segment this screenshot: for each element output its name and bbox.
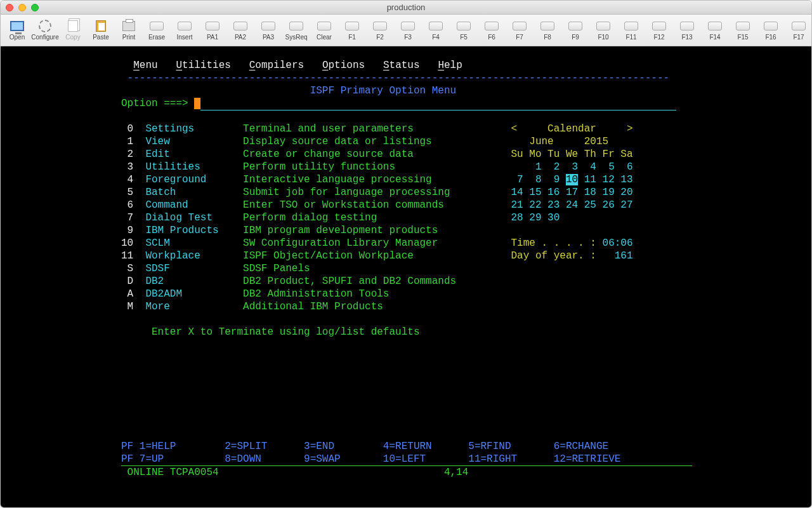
opt-name-9[interactable]: IBM Products	[145, 225, 230, 236]
toolbar-paste-button[interactable]: Paste	[88, 20, 114, 41]
keycap-icon	[540, 22, 554, 30]
toolbar-key-insert[interactable]: Insert	[172, 20, 197, 41]
keycap-icon	[150, 22, 164, 30]
opt-name-0[interactable]: Settings	[145, 123, 230, 135]
toolbar-key-pa2[interactable]: PA2	[228, 20, 253, 41]
cal-prev[interactable]: <	[511, 123, 548, 135]
toolbar-key-f7[interactable]: F7	[507, 20, 532, 41]
toolbar-key-f11[interactable]: F11	[619, 20, 644, 41]
keycap-icon	[680, 22, 694, 30]
toolbar-copy-button: Copy	[60, 20, 86, 41]
menu-compilers[interactable]: C	[249, 60, 256, 71]
toolbar-key-label: F11	[625, 34, 636, 41]
opt-name-A[interactable]: DB2ADM	[145, 288, 230, 300]
toolbar-key-erase[interactable]: Erase	[144, 20, 169, 41]
opt-name-M[interactable]: More	[145, 301, 230, 312]
toolbar-key-f14[interactable]: F14	[702, 20, 728, 41]
toolbar-key-f5[interactable]: F5	[451, 20, 476, 41]
opt-desc: Display source data or listings	[243, 136, 511, 147]
opt-name-1[interactable]: View	[145, 136, 230, 147]
toolbar-button-label: Print	[122, 34, 136, 41]
cal-day: 5	[596, 161, 615, 173]
toolbar-key-label: F4	[432, 34, 440, 41]
toolbar-button-label: Copy	[65, 34, 80, 41]
toolbar-key-pa3[interactable]: PA3	[256, 20, 281, 41]
keycap-icon	[289, 22, 303, 30]
opt-num: M	[121, 301, 145, 312]
opt-desc: IBM program development products	[243, 225, 511, 236]
toolbar-key-f2[interactable]: F2	[367, 20, 393, 41]
toolbar-key-f16[interactable]: F16	[758, 20, 783, 41]
cal-day: 27	[615, 199, 633, 211]
toolbar-key-f12[interactable]: F12	[646, 20, 672, 41]
toolbar-key-f8[interactable]: F8	[535, 20, 560, 41]
cal-day: 21	[511, 199, 523, 211]
opt-desc: DB2 Product, SPUFI and DB2 Commands	[243, 276, 511, 287]
toolbar-key-f17[interactable]: F17	[786, 20, 811, 41]
terminal[interactable]: Menu Utilities Compilers Options Status …	[1, 46, 811, 507]
menu-utilities[interactable]: U	[176, 60, 182, 71]
opt-name-D[interactable]: DB2	[145, 276, 230, 287]
toolbar-key-f15[interactable]: F15	[730, 20, 756, 41]
opt-name-7[interactable]: Dialog Test	[145, 212, 230, 224]
toolbar-key-label: Erase	[148, 34, 165, 41]
cal-next[interactable]: >	[596, 123, 633, 135]
toolbar-key-f13[interactable]: F13	[674, 20, 700, 41]
toolbar-key-f4[interactable]: F4	[423, 20, 449, 41]
keycap-icon	[568, 22, 582, 30]
cal-month: June	[511, 136, 554, 147]
option-input[interactable]	[200, 97, 676, 110]
opt-num: 5	[121, 187, 145, 198]
cal-day: 15	[523, 187, 542, 198]
cal-day: 16	[542, 187, 560, 198]
opt-num: 6	[121, 199, 145, 211]
opt-name-10[interactable]: SCLM	[145, 237, 230, 249]
toolbar-configure-button[interactable]: Configure	[32, 20, 58, 41]
toolbar-key-f1[interactable]: F1	[339, 20, 365, 41]
toolbar-open-button[interactable]: Open	[4, 20, 30, 41]
menu-menu[interactable]: M	[133, 60, 140, 71]
toolbar-key-pa1[interactable]: PA1	[200, 20, 225, 41]
menu-status[interactable]: S	[383, 60, 390, 71]
opt-name-4[interactable]: Foreground	[145, 174, 230, 185]
doy-label: Day of year. :	[511, 250, 615, 262]
toolbar-button-label: Paste	[93, 34, 109, 41]
keycap-icon	[596, 22, 610, 30]
toolbar-key-f6[interactable]: F6	[479, 20, 504, 41]
keycap-icon	[792, 22, 806, 30]
opt-name-S[interactable]: SDSF	[145, 263, 230, 274]
opt-name-2[interactable]: Edit	[145, 149, 230, 160]
toolbar-key-clear[interactable]: Clear	[311, 20, 337, 41]
opt-name-11[interactable]: Workplace	[145, 250, 230, 262]
cal-day: 2	[542, 161, 560, 173]
pfkeys-row1: PF 1=HELP 2=SPLIT 3=END 4=RETURN 5=RFIND…	[121, 441, 608, 452]
toolbar-key-f9[interactable]: F9	[563, 20, 588, 41]
opt-num: 3	[121, 161, 145, 173]
gear-icon	[39, 20, 51, 32]
keycap-icon	[401, 22, 415, 30]
toolbar-key-label: F14	[709, 34, 720, 41]
opt-num: 4	[121, 174, 145, 185]
menu-help[interactable]: H	[438, 60, 444, 71]
toolbar-key-f3[interactable]: F3	[395, 20, 421, 41]
toolbar-print-button[interactable]: Print	[116, 20, 141, 41]
monitor-icon	[10, 21, 24, 31]
toolbar-key-sysreq[interactable]: SysReq	[284, 20, 309, 41]
toolbar-key-label: F12	[653, 34, 664, 41]
toolbar-key-f10[interactable]: F10	[591, 20, 616, 41]
keycap-icon	[708, 22, 722, 30]
cal-day: 30	[542, 212, 560, 224]
cal-day	[615, 212, 633, 224]
opt-name-3[interactable]: Utilities	[145, 161, 230, 173]
opt-desc: ISPF Object/Action Workplace	[243, 250, 511, 262]
cursor[interactable]	[194, 98, 200, 109]
opt-name-5[interactable]: Batch	[145, 187, 230, 198]
keycap-icon	[345, 22, 359, 30]
opt-desc: Create or change source data	[243, 149, 511, 160]
opt-name-6[interactable]: Command	[145, 199, 230, 211]
titlebar: production	[1, 1, 811, 15]
opt-desc: Interactive language processing	[243, 174, 511, 185]
cal-day: 18	[578, 187, 596, 198]
menu-options[interactable]: O	[322, 60, 329, 71]
option-prompt: Option ===>	[121, 98, 194, 109]
